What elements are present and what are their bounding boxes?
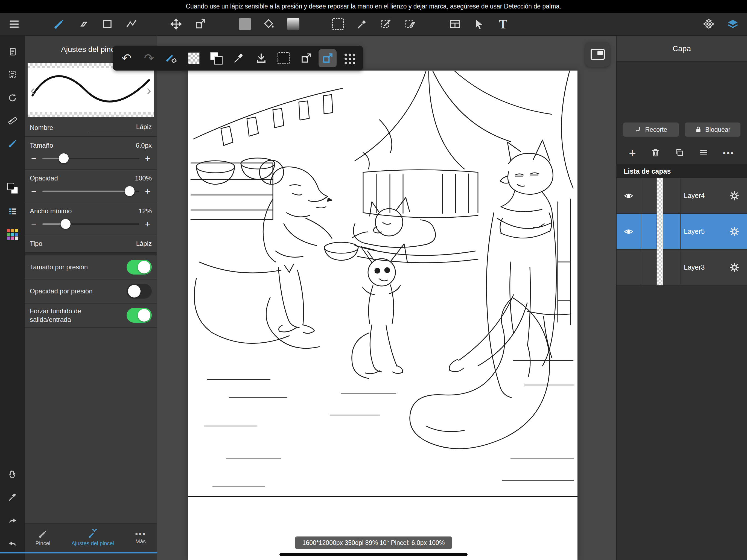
fill-bucket-button[interactable] <box>260 15 278 33</box>
transform-tool-button[interactable] <box>191 15 209 33</box>
ruler-button[interactable] <box>4 112 21 129</box>
main-menu-button[interactable] <box>5 15 23 33</box>
pages-button[interactable] <box>4 44 21 60</box>
text-tool-button[interactable]: T <box>494 15 512 33</box>
lock-button[interactable]: Bloquear <box>685 123 741 137</box>
select-eraser-button[interactable] <box>402 15 419 33</box>
select-rectangle-button[interactable] <box>329 15 347 33</box>
toolbar-drag-handle[interactable] <box>339 49 359 68</box>
delete-layer-button[interactable] <box>651 148 660 158</box>
cursor-tool-button[interactable] <box>470 15 488 33</box>
undo-button[interactable]: ↶ <box>117 49 136 68</box>
palette-button[interactable] <box>4 226 21 243</box>
layer-row-layer4[interactable]: Layer4 <box>617 178 747 214</box>
decrease-size-button[interactable]: − <box>30 154 38 163</box>
rotate-view-button[interactable] <box>4 90 21 106</box>
undo-arrow-icon <box>8 538 17 548</box>
brush-type-row[interactable]: Tipo Lápiz <box>25 235 157 253</box>
tab-pincel[interactable]: Pincel <box>35 529 50 546</box>
gradient-tool-button[interactable] <box>284 15 302 33</box>
opacity-slider[interactable] <box>42 190 139 192</box>
materials-button[interactable] <box>700 15 718 33</box>
eyedropper-button[interactable] <box>229 49 249 68</box>
size-slider[interactable] <box>42 158 139 159</box>
drawing-canvas[interactable] <box>188 71 577 560</box>
increase-size-button[interactable]: + <box>144 154 152 163</box>
select-pen-button[interactable] <box>377 15 395 33</box>
select-layer-icon <box>8 70 17 79</box>
export-button[interactable] <box>296 49 316 68</box>
layer-settings-button[interactable] <box>722 250 747 285</box>
layer-row-layer3[interactable]: Layer3 <box>617 250 747 285</box>
eyedropper-button[interactable] <box>4 489 21 505</box>
select-layer-button[interactable] <box>4 67 21 83</box>
field-label: Ancho mínimo <box>30 207 72 215</box>
decrease-minwidth-button[interactable]: − <box>30 219 38 229</box>
active-transform-tile[interactable] <box>318 49 337 67</box>
layers-panel-button[interactable] <box>724 15 742 33</box>
move-tool-button[interactable] <box>168 15 185 33</box>
minwidth-slider[interactable] <box>42 223 139 225</box>
layer-settings-button[interactable] <box>722 178 747 213</box>
size-by-pressure-toggle[interactable] <box>127 260 152 275</box>
layer-visibility-toggle[interactable] <box>617 250 641 285</box>
opacity-by-pressure-toggle[interactable] <box>127 284 152 299</box>
brush-list-icon <box>8 207 17 216</box>
field-value: Lápiz <box>136 240 152 248</box>
clipping-button[interactable]: Recorte <box>623 123 679 137</box>
polyline-tool-button[interactable] <box>123 15 140 33</box>
foreground-color-button[interactable] <box>236 15 254 33</box>
layer-row-layer5[interactable]: Layer5 <box>617 214 747 250</box>
layer-panel: Capa Recorte Bloquear + <box>616 36 747 560</box>
redo-button[interactable] <box>4 512 21 528</box>
brush-panel-button[interactable] <box>4 135 21 152</box>
eraser-tool-button[interactable] <box>74 15 92 33</box>
layer-visibility-toggle[interactable] <box>617 178 641 213</box>
save-button[interactable] <box>251 49 271 68</box>
drag-dots-icon <box>343 52 355 64</box>
brush-stroke-preview[interactable]: ‹ › <box>28 63 154 117</box>
rectangle-tool-button[interactable] <box>98 15 116 33</box>
hand-tool-button[interactable] <box>4 466 21 482</box>
force-fade-toggle[interactable] <box>127 308 152 323</box>
color-picker-button[interactable] <box>4 180 21 197</box>
next-brush-chevron[interactable]: › <box>145 83 153 97</box>
panel-layout-button[interactable] <box>446 15 464 33</box>
brush-eraser-toggle-button[interactable] <box>162 49 181 68</box>
brush-opacity-block: Opacidad 100% − + <box>25 170 157 202</box>
transparency-button[interactable] <box>184 49 204 68</box>
toggle-label: Opacidad por presión <box>30 287 93 295</box>
tab-mas[interactable]: ••• Más <box>135 531 146 545</box>
brush-eraser-icon <box>166 52 177 64</box>
trash-icon <box>651 148 660 157</box>
navigator-button[interactable] <box>585 42 610 67</box>
size-slider-thumb[interactable] <box>59 153 69 163</box>
brush-icon <box>53 18 65 30</box>
minwidth-slider-thumb[interactable] <box>61 219 71 229</box>
add-layer-button[interactable]: + <box>629 147 636 159</box>
layer-visibility-toggle[interactable] <box>617 214 641 249</box>
brush-list-button[interactable] <box>4 203 21 220</box>
home-indicator[interactable] <box>279 553 468 556</box>
brush-name-row[interactable]: Nombre Lápiz <box>25 119 157 137</box>
opacity-slider-thumb[interactable] <box>125 186 134 196</box>
decrease-opacity-button[interactable]: − <box>30 186 38 196</box>
increase-opacity-button[interactable]: + <box>144 186 152 196</box>
layer-list-options-button[interactable] <box>699 148 708 158</box>
duplicate-icon <box>675 148 684 157</box>
swap-colors-button[interactable] <box>206 49 226 68</box>
min-width-block: Ancho mínimo 12% − + <box>25 202 157 235</box>
tab-ajustes-del-pincel[interactable]: Ajustes del pincel <box>71 529 114 546</box>
redo-button[interactable]: ↷ <box>139 49 159 68</box>
duplicate-layer-button[interactable] <box>675 148 684 158</box>
undo-button[interactable] <box>4 535 21 551</box>
layer-more-button[interactable]: ••• <box>723 149 735 158</box>
prev-brush-chevron[interactable]: ‹ <box>28 83 37 97</box>
layer-settings-button[interactable] <box>722 214 747 249</box>
field-label: Tipo <box>30 240 42 248</box>
magic-wand-button[interactable] <box>353 15 371 33</box>
layer-actions-row: + ••• <box>617 145 747 161</box>
increase-minwidth-button[interactable]: + <box>144 219 152 229</box>
brush-tool-button[interactable] <box>50 15 68 33</box>
selection-options-button[interactable] <box>274 49 293 68</box>
